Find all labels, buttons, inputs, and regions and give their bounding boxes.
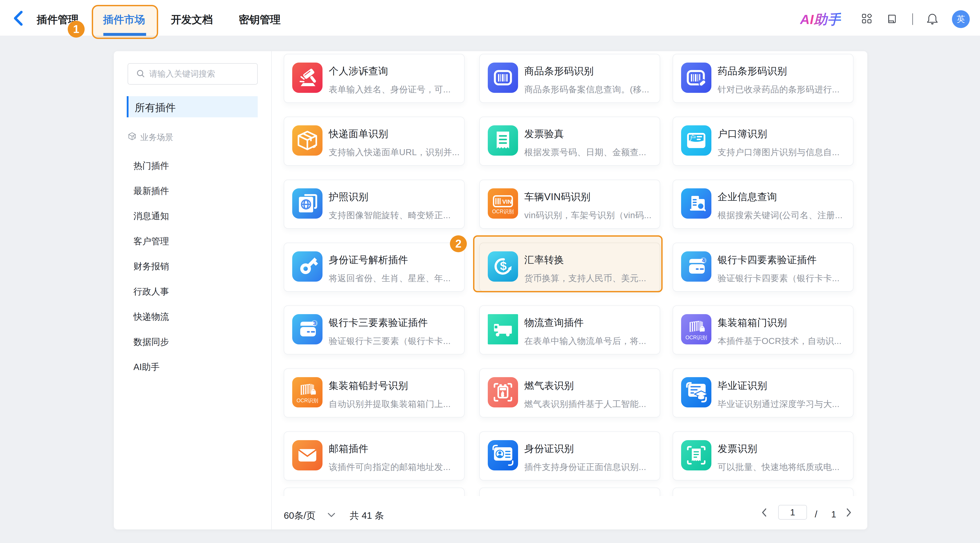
- svg-text:OCR识别: OCR识别: [296, 398, 318, 403]
- svg-text:VIN: VIN: [502, 198, 512, 205]
- svg-text:户: 户: [689, 134, 696, 141]
- svg-text:OCR识别: OCR识别: [492, 209, 514, 214]
- svg-text:OCR识别: OCR识别: [685, 335, 707, 340]
- svg-text:4: 4: [702, 257, 705, 264]
- svg-text:3: 3: [313, 321, 316, 326]
